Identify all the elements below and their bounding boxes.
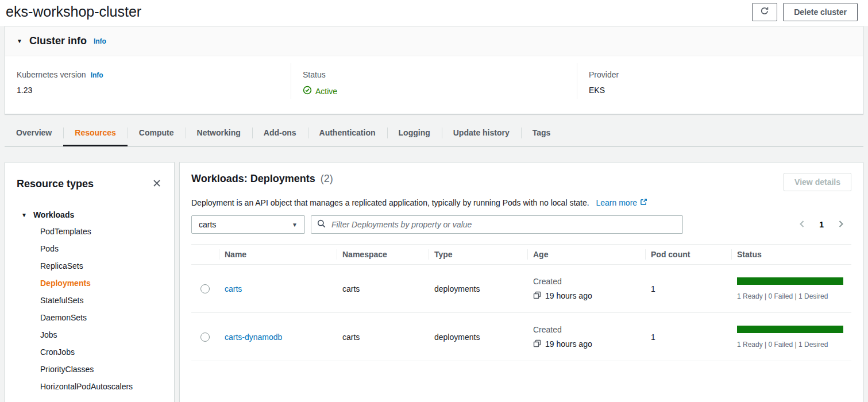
previous-page-button[interactable] (797, 219, 807, 231)
cluster-info-title: Cluster info (29, 35, 87, 47)
sidebar-item-cronjobs[interactable]: CronJobs (17, 343, 163, 361)
sidebar-item-horizontalpodautoscalers[interactable]: HorizontalPodAutoscalers (17, 378, 163, 395)
cluster-info-info-link[interactable]: Info (94, 37, 106, 45)
refresh-icon (760, 6, 769, 18)
resource-types-header: Resource types (5, 177, 174, 200)
tab-overview-label: Overview (16, 128, 52, 137)
tab-networking-label: Networking (197, 128, 241, 137)
copy-button[interactable] (533, 339, 541, 349)
namespace-cell: carts (337, 280, 429, 298)
sidebar-item-deployments[interactable]: Deployments (17, 275, 163, 292)
tab-compute[interactable]: Compute (128, 120, 186, 146)
sidebar-item-podtemplates[interactable]: PodTemplates (17, 223, 163, 240)
cluster-info-panel: ▼ Cluster info Info Kubernetes version I… (5, 26, 863, 114)
resource-tree: ▼ Workloads PodTemplates Pods ReplicaSet… (5, 200, 174, 395)
deployments-title-text: Workloads: Deployments (191, 173, 315, 184)
age-value: 19 hours ago (545, 291, 592, 300)
learn-more-label: Learn more (596, 198, 638, 207)
resources-content: Resource types ▼ Workloads PodTemplates … (5, 162, 863, 402)
deployment-link[interactable]: carts (225, 284, 242, 293)
row-select-radio[interactable] (200, 333, 210, 342)
deployments-table: Name Namespace Type Age Pod count Status… (191, 244, 851, 361)
tab-authentication-label: Authentication (319, 128, 376, 137)
status-cell: 1 Ready | 0 Failed | 1 Desired (731, 321, 851, 353)
page-number[interactable]: 1 (816, 219, 827, 230)
row-select-radio[interactable] (200, 284, 210, 293)
table-header-row: Name Namespace Type Age Pod count Status (191, 245, 851, 265)
table-row: carts carts deployments Created (191, 265, 851, 313)
caret-down-icon: ▼ (292, 222, 298, 228)
cluster-info-header[interactable]: ▼ Cluster info Info (5, 26, 863, 56)
column-header-status: Status (731, 245, 851, 264)
deployment-link[interactable]: carts-dynamodb (225, 333, 282, 342)
cluster-info-body: Kubernetes version Info 1.23 Status Acti… (5, 56, 863, 114)
age-created-label: Created (533, 325, 639, 334)
column-header-namespace: Namespace (337, 245, 429, 264)
pod-count-cell: 1 (645, 280, 731, 298)
tab-resources[interactable]: Resources (63, 120, 128, 146)
learn-more-link[interactable]: Learn more (596, 198, 648, 207)
copy-button[interactable] (533, 291, 541, 301)
pod-count-cell: 1 (645, 328, 731, 346)
tree-group-workloads-label: Workloads (33, 210, 74, 219)
type-cell: deployments (429, 280, 527, 298)
sidebar-item-statefulsets[interactable]: StatefulSets (17, 292, 163, 309)
kubernetes-version-field: Kubernetes version Info 1.23 (5, 63, 291, 99)
filter-input[interactable] (330, 219, 677, 230)
sidebar-item-daemonsets[interactable]: DaemonSets (17, 309, 163, 326)
description-text: Deployment is an API object that manages… (191, 198, 589, 207)
sidebar-item-replicasets[interactable]: ReplicaSets (17, 257, 163, 275)
deployments-panel: Workloads: Deployments (2) View details … (179, 162, 863, 402)
pagination: 1 (797, 219, 851, 231)
caret-down-icon[interactable]: ▼ (17, 38, 22, 44)
sidebar-item-jobs[interactable]: Jobs (17, 326, 163, 343)
column-header-pod-count: Pod count (645, 245, 731, 264)
status-value: Active (315, 87, 337, 96)
chevron-right-icon (838, 220, 844, 230)
age-created-label: Created (533, 277, 639, 286)
tab-update-history-label: Update history (453, 128, 510, 137)
tab-logging-label: Logging (399, 128, 430, 137)
status-text: 1 Ready | 0 Failed | 1 Desired (737, 341, 843, 349)
age-cell: Created 19 hours ago (527, 320, 645, 354)
provider-value: EKS (589, 86, 851, 95)
tab-add-ons[interactable]: Add-ons (252, 120, 308, 146)
sidebar-item-priorityclasses[interactable]: PriorityClasses (17, 361, 163, 378)
column-header-name: Name (219, 245, 337, 264)
column-header-age: Age (527, 245, 645, 264)
provider-field: Provider EKS (577, 63, 863, 99)
header-actions: Delete cluster (752, 3, 858, 21)
column-header-type: Type (429, 245, 527, 264)
refresh-button[interactable] (752, 3, 777, 21)
caret-down-icon: ▼ (21, 212, 27, 218)
tab-resources-label: Resources (75, 128, 116, 137)
status-bar (737, 326, 843, 333)
provider-label: Provider (589, 70, 619, 79)
search-icon (317, 219, 326, 230)
delete-cluster-button[interactable]: Delete cluster (783, 3, 858, 21)
tab-authentication[interactable]: Authentication (308, 120, 387, 146)
kubernetes-version-label: Kubernetes version (17, 70, 86, 79)
tab-tags[interactable]: Tags (521, 120, 562, 146)
copy-icon (533, 339, 541, 349)
view-details-button[interactable]: View details (784, 173, 851, 191)
status-bar (737, 277, 843, 285)
kubernetes-version-info-link[interactable]: Info (91, 71, 103, 79)
deployments-count: (2) (321, 173, 333, 184)
tab-compute-label: Compute (139, 128, 174, 137)
kubernetes-version-value: 1.23 (17, 86, 279, 95)
tab-update-history[interactable]: Update history (442, 120, 521, 146)
page-header: eks-workshop-cluster Delete cluster (0, 0, 868, 26)
tab-networking[interactable]: Networking (186, 120, 252, 146)
sidebar-item-pods[interactable]: Pods (17, 240, 163, 257)
next-page-button[interactable] (836, 219, 846, 231)
namespace-filter-dropdown[interactable]: carts ▼ (191, 215, 305, 234)
tab-overview[interactable]: Overview (5, 120, 63, 146)
tab-logging[interactable]: Logging (387, 120, 442, 146)
external-link-icon (640, 198, 647, 207)
close-button[interactable] (151, 177, 163, 191)
page-title: eks-workshop-cluster (6, 3, 141, 20)
namespace-cell: carts (337, 328, 429, 346)
tree-group-workloads[interactable]: ▼ Workloads (17, 207, 163, 223)
age-cell: Created 19 hours ago (527, 272, 645, 306)
